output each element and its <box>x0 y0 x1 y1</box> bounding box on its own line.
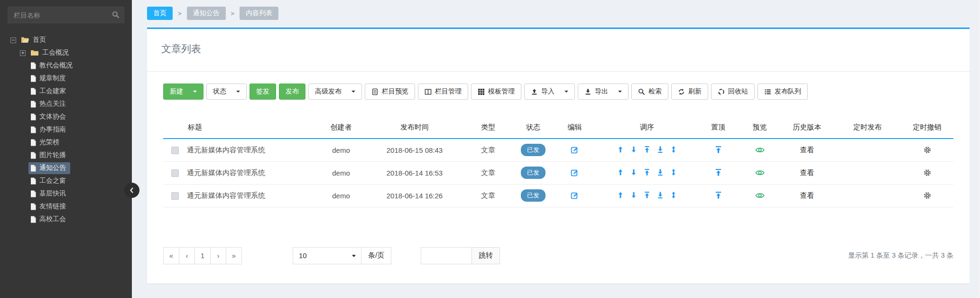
new-button[interactable]: 新建 <box>163 84 203 100</box>
move-up-icon[interactable] <box>617 191 624 199</box>
tree-label: 办事指南 <box>39 125 66 134</box>
pin-top-icon[interactable] <box>714 146 722 154</box>
tree-item[interactable]: 工会之窗 <box>0 175 132 187</box>
breadcrumb-notice[interactable]: 通知公告 <box>187 7 226 20</box>
current-page-button[interactable]: 1 <box>194 247 211 264</box>
breadcrumb-home[interactable]: 首页 <box>147 7 173 20</box>
import-dropdown[interactable]: 导入 <box>524 84 575 100</box>
page-size-select[interactable]: 10 <box>293 247 361 264</box>
column-manage-button[interactable]: 栏目管理 <box>418 84 468 100</box>
tree-item[interactable]: 教代会概况 <box>0 59 132 72</box>
button-label: 栏目预览 <box>382 87 408 96</box>
file-icon <box>30 177 36 185</box>
row-checkbox[interactable] <box>171 147 179 154</box>
move-to-top-icon[interactable] <box>643 168 651 176</box>
tree-item[interactable]: 规章制度 <box>0 72 132 85</box>
move-updown-icon[interactable] <box>670 191 677 199</box>
button-label: 签发 <box>256 87 269 96</box>
col-creator: 创建者 <box>315 118 367 139</box>
scheduled-cancel-gear-icon[interactable] <box>924 192 931 199</box>
move-updown-icon[interactable] <box>670 168 677 176</box>
history-view-link[interactable]: 查看 <box>800 168 814 177</box>
preview-eye-icon[interactable] <box>755 192 765 199</box>
tree-item[interactable]: 光荣榜 <box>0 136 132 149</box>
move-to-bottom-icon[interactable] <box>656 168 664 176</box>
move-updown-icon[interactable] <box>670 146 677 153</box>
history-view-link[interactable]: 查看 <box>800 191 814 199</box>
pin-top-icon[interactable] <box>714 168 722 177</box>
move-to-top-icon[interactable] <box>643 146 651 153</box>
export-dropdown[interactable]: 导出 <box>578 84 629 100</box>
preview-eye-icon[interactable] <box>755 169 765 177</box>
scheduled-cancel-gear-icon[interactable] <box>924 169 931 177</box>
next-page-button[interactable]: › <box>210 247 226 264</box>
column-search-input[interactable] <box>8 7 124 23</box>
jump-page-input[interactable] <box>421 247 472 264</box>
tree-item[interactable]: 工会建家 <box>0 85 132 98</box>
breadcrumb-separator: > <box>178 10 182 17</box>
template-manage-button[interactable]: 模板管理 <box>471 84 521 100</box>
column-preview-button[interactable]: 栏目预览 <box>365 84 415 100</box>
publish-button[interactable]: 发布 <box>279 84 305 100</box>
move-down-icon[interactable] <box>630 168 638 176</box>
move-up-icon[interactable] <box>617 168 624 176</box>
edit-icon[interactable] <box>571 146 579 154</box>
move-to-bottom-icon[interactable] <box>656 191 664 199</box>
sign-button[interactable]: 签发 <box>250 84 276 100</box>
records-summary: 显示第 1 条至 3 条记录，一共 3 条 <box>500 251 953 260</box>
prev-page-button[interactable]: ‹ <box>179 247 195 264</box>
preview-eye-icon[interactable] <box>755 146 765 154</box>
first-page-button[interactable]: « <box>163 247 179 264</box>
last-page-button[interactable]: » <box>226 247 242 264</box>
search-icon[interactable] <box>112 11 120 19</box>
tree-item[interactable]: 高校工会 <box>0 213 132 226</box>
edit-icon[interactable] <box>571 168 579 177</box>
jump-button[interactable]: 跳转 <box>472 247 500 264</box>
advanced-publish-dropdown[interactable]: 高级发布 <box>308 84 362 100</box>
tree-item[interactable]: 文体协会 <box>0 111 132 123</box>
pin-top-icon[interactable] <box>714 191 722 199</box>
chevron-left-icon <box>128 186 136 194</box>
recycle-bin-button[interactable]: 回收站 <box>711 84 755 100</box>
collapse-icon[interactable]: − <box>10 37 16 43</box>
move-down-icon[interactable] <box>630 146 638 153</box>
move-to-bottom-icon[interactable] <box>656 146 664 153</box>
tree-label: 高校工会 <box>39 215 66 224</box>
row-creator: demo <box>315 161 367 184</box>
refresh-button[interactable]: 刷新 <box>671 84 708 100</box>
button-label: 高级发布 <box>315 87 342 96</box>
tree-item[interactable]: 基层快讯 <box>0 187 132 200</box>
status-dropdown[interactable]: 状态 <box>206 84 247 100</box>
status-badge: 已发 <box>521 189 545 202</box>
tree-item[interactable]: 图片轮播 <box>0 149 132 162</box>
tree-item[interactable]: 热点关注 <box>0 98 132 111</box>
sidebar-collapse-toggle[interactable] <box>124 183 139 198</box>
publish-queue-button[interactable]: 发布队列 <box>758 84 808 100</box>
search-icon <box>638 88 645 95</box>
expand-icon[interactable]: + <box>20 50 26 56</box>
table-row: 通元新媒体内容管理系统 demo 2018-06-14 16:26 文章 已发 <box>163 184 953 207</box>
row-type: 文章 <box>462 161 514 184</box>
file-icon <box>30 190 36 197</box>
move-to-top-icon[interactable] <box>643 191 651 199</box>
file-icon <box>30 113 36 121</box>
row-checkbox[interactable] <box>171 192 179 200</box>
tree-item-home[interactable]: − 首页 <box>0 34 132 47</box>
search-button[interactable]: 检索 <box>631 84 668 100</box>
row-checkbox[interactable] <box>171 169 179 177</box>
scheduled-cancel-gear-icon[interactable] <box>924 146 931 154</box>
button-label: 导出 <box>595 87 608 96</box>
toolbar: 新建 状态 签发 发布 高级发布 栏目预览 栏目管理 模板管理 导入 导出 检索… <box>147 72 970 100</box>
move-up-icon[interactable] <box>617 146 624 153</box>
file-icon <box>30 165 36 172</box>
row-type: 文章 <box>462 184 514 207</box>
history-view-link[interactable]: 查看 <box>800 146 814 154</box>
edit-icon[interactable] <box>571 191 579 199</box>
tree-item[interactable]: 办事指南 <box>0 123 132 136</box>
tree-item-selected[interactable]: 通知公告 <box>0 162 132 175</box>
upload-icon <box>531 88 538 95</box>
breadcrumb-content-list[interactable]: 内容列表 <box>240 7 278 20</box>
tree-item[interactable]: + 工会概况 <box>0 47 132 59</box>
tree-item[interactable]: 友情链接 <box>0 200 132 213</box>
move-down-icon[interactable] <box>630 191 638 199</box>
